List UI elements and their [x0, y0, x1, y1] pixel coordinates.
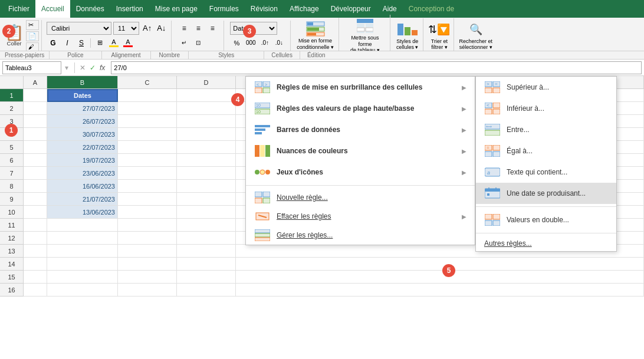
align-center-button[interactable]: ≡ [192, 22, 205, 35]
cell-d11[interactable] [177, 219, 236, 232]
cell-c2[interactable] [118, 102, 177, 115]
row-num-10[interactable]: 10 [0, 206, 24, 219]
percent-button[interactable]: % [230, 37, 243, 50]
cell-d3[interactable] [177, 115, 236, 128]
cell-d14[interactable] [177, 258, 236, 271]
cell-d12[interactable] [177, 232, 236, 245]
cell-c10[interactable] [118, 206, 177, 219]
table-format-button[interactable]: Mettre sous formede tableau ▾ [340, 15, 390, 56]
borders-button[interactable]: ⊞ [93, 37, 106, 50]
cell-a14[interactable] [24, 258, 47, 271]
row-num-6[interactable]: 6 [0, 154, 24, 167]
cell-b15[interactable] [47, 271, 118, 284]
row-num-13[interactable]: 13 [0, 245, 24, 258]
col-header-c[interactable]: C [118, 76, 177, 89]
cell-d10[interactable] [177, 206, 236, 219]
cell-a3[interactable] [24, 115, 47, 128]
cell-a4[interactable] [24, 128, 47, 141]
duplicate-values-item[interactable]: Valeurs en double... [476, 209, 616, 230]
menu-revision[interactable]: Révision [245, 0, 284, 18]
cell-d6[interactable] [177, 154, 236, 167]
menu-accueil[interactable]: Accueil [35, 0, 70, 18]
row-num-14[interactable]: 14 [0, 258, 24, 271]
comma-button[interactable]: 000 [244, 37, 257, 50]
align-left-button[interactable]: ≡ [178, 22, 190, 35]
fx-icon[interactable]: fx [100, 64, 105, 72]
equal-to-item[interactable]: = Égal à... [476, 140, 616, 162]
cell-a8[interactable] [24, 180, 47, 193]
confirm-formula-icon[interactable]: ✓ [90, 64, 96, 72]
cell-a15[interactable] [24, 271, 47, 284]
cell-d16[interactable] [177, 284, 236, 297]
cell-c14[interactable] [118, 258, 177, 271]
cell-b14[interactable] [47, 258, 118, 271]
cell-a6[interactable] [24, 154, 47, 167]
cell-d8[interactable] [177, 180, 236, 193]
menu-mise-en-page[interactable]: Mise en page [149, 0, 203, 18]
other-rules-link[interactable]: Autres règles... [476, 236, 616, 251]
cell-c4[interactable] [118, 128, 177, 141]
cell-d13[interactable] [177, 245, 236, 258]
cancel-formula-icon[interactable]: ✕ [80, 64, 86, 72]
row-num-5[interactable]: 5 [0, 141, 24, 154]
cell-a2[interactable] [24, 102, 47, 115]
cell-d4[interactable] [177, 128, 236, 141]
cell-b5[interactable]: 22/07/2023 [47, 141, 118, 154]
col-header-d[interactable]: D [177, 76, 236, 89]
increase-font-button[interactable]: A↑ [141, 23, 153, 33]
cell-a5[interactable] [24, 141, 47, 154]
cell-c7[interactable] [118, 167, 177, 180]
cut-button[interactable]: ✂ [26, 20, 39, 30]
cell-c12[interactable] [118, 232, 177, 245]
row-num-9[interactable]: 9 [0, 193, 24, 206]
cell-b8[interactable]: 16/06/2023 [47, 180, 118, 193]
menu-donnees[interactable]: Données [70, 0, 110, 18]
bold-button[interactable]: G [47, 37, 60, 50]
cell-d1[interactable] [177, 89, 236, 102]
between-item[interactable]: ⟺ Entre... [476, 119, 616, 140]
text-contains-item[interactable]: a Texte qui contient... [476, 162, 616, 183]
underline-button[interactable]: S [75, 37, 88, 50]
menu-affichage[interactable]: Affichage [284, 0, 325, 18]
cell-b12[interactable] [47, 232, 118, 245]
sort-filter-button[interactable]: ⇅🔽 Trier etfiltrer ▾ [425, 18, 454, 52]
cell-a7[interactable] [24, 167, 47, 180]
cell-a13[interactable] [24, 245, 47, 258]
cell-d7[interactable] [177, 167, 236, 180]
cell-d5[interactable] [177, 141, 236, 154]
cell-c16[interactable] [118, 284, 177, 297]
cell-b13[interactable] [47, 245, 118, 258]
row-num-15[interactable]: 15 [0, 271, 24, 284]
color-scales-item[interactable]: Nuances de couleurs ▶ [246, 140, 475, 162]
formula-input[interactable] [111, 61, 642, 74]
row-num-7[interactable]: 7 [0, 167, 24, 180]
cell-d9[interactable] [177, 193, 236, 206]
row-num-12[interactable]: 12 [0, 232, 24, 245]
cell-a9[interactable] [24, 193, 47, 206]
fill-color-button[interactable]: A [107, 37, 120, 50]
wrap-text-button[interactable]: ↵ [178, 37, 190, 50]
cell-a1[interactable] [24, 89, 47, 102]
new-rule-link[interactable]: Nouvelle règle... [246, 188, 475, 207]
cell-b7[interactable]: 23/06/2023 [47, 167, 118, 180]
increase-decimal-button[interactable]: .0↑ [258, 37, 271, 50]
cell-b10[interactable]: 13/06/2023 [47, 206, 118, 219]
cell-a10[interactable] [24, 206, 47, 219]
row-num-2[interactable]: 2 [0, 102, 24, 115]
cell-c8[interactable] [118, 180, 177, 193]
menu-insertion[interactable]: Insertion [110, 0, 149, 18]
name-box-arrow[interactable]: ▾ [64, 64, 70, 72]
col-header-a[interactable]: A [24, 76, 47, 89]
cell-c6[interactable] [118, 154, 177, 167]
cell-b16[interactable] [47, 284, 118, 297]
row-num-11[interactable]: 11 [0, 219, 24, 232]
italic-button[interactable]: I [61, 37, 74, 50]
cell-b1[interactable]: Dates [47, 89, 118, 102]
clear-rules-link[interactable]: Effacer les règles ▶ [246, 207, 475, 226]
font-color-button[interactable]: A [121, 37, 134, 50]
cell-b2[interactable]: 27/07/2023 [47, 102, 118, 115]
menu-fichier[interactable]: Fichier [2, 0, 35, 18]
cell-c5[interactable] [118, 141, 177, 154]
font-name-select[interactable]: Calibri [47, 22, 111, 35]
cell-b4[interactable]: 30/07/2023 [47, 128, 118, 141]
